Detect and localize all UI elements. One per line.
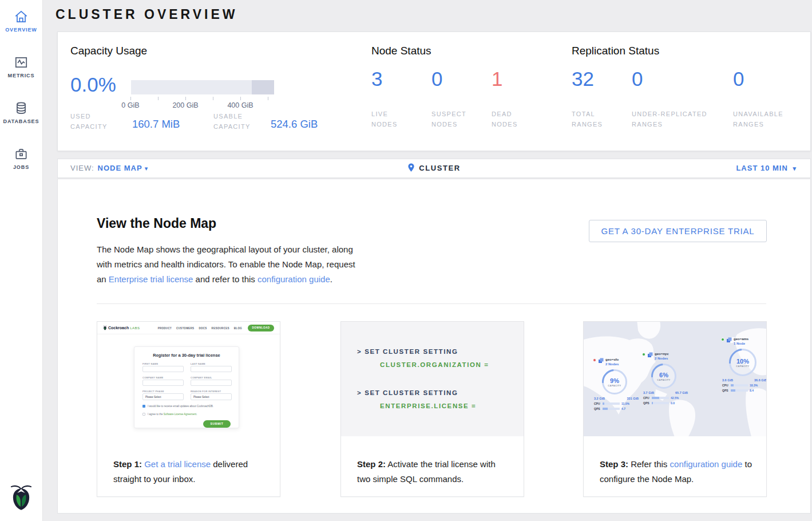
software-license-link: Software License Agreement. (164, 413, 197, 416)
cluster-overview-page: OVERVIEW METRICS DATABASES JOBS (0, 0, 812, 521)
sidebar-item-label: DATABASES (0, 119, 42, 124)
usable-capacity-label: USABLE CAPACITY (213, 111, 251, 132)
cockroach-labs-logo: Cockroach LABS (103, 325, 140, 330)
live-nodes-label: LIVE NODES (371, 109, 398, 129)
qps-label: QPS (594, 407, 601, 411)
usable-capacity-value: 524.6 GiB (271, 118, 318, 131)
field-label: FIRST NAME (142, 362, 158, 365)
download-button: DOWNLOAD (248, 325, 274, 331)
unavailable-ranges-value: 0 (733, 68, 744, 90)
breadcrumb: CLUSTER (58, 163, 810, 172)
sidebar-item-jobs[interactable]: JOBS (0, 147, 42, 170)
dead-nodes-value: 1 (492, 68, 502, 90)
cpu-bar (652, 397, 669, 399)
submit-button: SUBMIT (203, 420, 231, 428)
axis-tick (130, 97, 131, 100)
reason-select: Please Select (191, 393, 232, 400)
used-capacity: 3.6 GiB (722, 378, 733, 382)
cpu-label: CPU (594, 402, 601, 405)
form-title: Register for a 30-day trial license (134, 353, 239, 358)
qps-label: QPS (722, 389, 729, 392)
capacity-label: CAPACITY (736, 365, 749, 368)
enterprise-trial-button[interactable]: GET A 30-DAY ENTERPRISE TRIAL (589, 220, 767, 242)
replication-status-title: Replication Status (572, 45, 659, 57)
caption-text: Refer this (628, 459, 670, 469)
cpu-bar (603, 402, 620, 405)
checkbox-label: I would like to receive email updates ab… (148, 405, 213, 408)
sidebar-item-databases[interactable]: DATABASES (0, 101, 42, 124)
node-count: 2 Nodes (655, 357, 668, 360)
cpu-label: CPU (722, 384, 729, 387)
sidebar-item-metrics[interactable]: METRICS (0, 55, 42, 78)
get-trial-license-link[interactable]: Get a trial license (144, 459, 211, 469)
home-icon (0, 9, 42, 24)
nav-item: CUSTOMERS (176, 327, 194, 330)
nodes-cube-icon (647, 352, 653, 358)
email-updates-checkbox: I would like to receive email updates ab… (142, 405, 213, 408)
cpu-label: CPU (643, 396, 650, 400)
capacity-label: CAPACITY (657, 378, 670, 381)
node-locality: geo=nyc (655, 352, 669, 356)
enterprise-trial-license-link[interactable]: Enterprise trial license (109, 274, 193, 284)
sidebar-item-overview[interactable]: OVERVIEW (0, 9, 42, 33)
total-capacity: 65.7 GiB (675, 391, 688, 394)
field-label: COMPANY EMAIL (191, 376, 212, 379)
used-capacity: 3.2 GiB (594, 397, 605, 400)
time-range-selector[interactable]: LAST 10 MIN ▾ (736, 164, 797, 172)
panel-heading: View the Node Map (97, 216, 216, 231)
qps-value: 8.4 (750, 389, 754, 392)
description-text: and refer to this (193, 274, 258, 284)
axis-tick (213, 97, 213, 100)
capacity-usage-title: Capacity Usage (70, 45, 147, 57)
mini-site-nav: PRODUCT CUSTOMERS DOCS RESOURCES BLOG (158, 327, 242, 330)
license-agreement-checkbox: I agree to the Software License Agreemen… (142, 413, 197, 416)
configuration-guide-link[interactable]: configuration guide (670, 459, 743, 469)
step-1-caption: Step 1: Get a trial license delivered st… (113, 457, 267, 487)
map-node-ams: geo=ams 1 Node 10% CAPACITY 3.6 GiB 36.6… (721, 337, 766, 392)
nav-item: PRODUCT (158, 327, 172, 330)
capacity-label: CAPACITY (608, 384, 621, 387)
total-ranges-value: 32 (572, 68, 594, 90)
chevron-down-icon: ▾ (793, 165, 797, 172)
step-2-caption: Step 2: Activate the trial license with … (357, 457, 511, 487)
node-map-preview: geo=sfo 2 Nodes 9% CAPACITY 3.2 GiB 331 … (584, 322, 766, 436)
company-name-field (142, 380, 184, 386)
node-map-panel: View the Node Map The Node Map shows the… (57, 179, 811, 514)
capacity-percent: 0.0% (70, 73, 116, 96)
checkbox-label: I agree to the Software License Agreemen… (148, 413, 197, 416)
step-1-card: Cockroach LABS PRODUCT CUSTOMERS DOCS RE… (97, 321, 280, 497)
description-text: . (330, 274, 332, 284)
last-name-field (191, 366, 232, 372)
trial-registration-form: Register for a 30-day trial license FIRS… (134, 346, 239, 428)
cockroachdb-logo (9, 482, 33, 512)
sidebar-item-label: OVERVIEW (0, 27, 42, 33)
nodes-cube-icon (726, 337, 732, 343)
panel-description: The Node Map shows the geographical layo… (97, 242, 367, 287)
sql-argument: ENTERPRISE.LICENSE = (380, 402, 524, 409)
axis-tick (158, 97, 159, 100)
cpu-bar (731, 384, 748, 386)
mini-site-header: Cockroach LABS PRODUCT CUSTOMERS DOCS RE… (97, 322, 280, 334)
briefcase-icon (0, 147, 42, 161)
breadcrumb-label: CLUSTER (419, 164, 461, 172)
step-label: Step 3: (600, 459, 628, 469)
view-bar: VIEW:NODE MAP▾ CLUSTER LAST 10 MIN ▾ (57, 159, 811, 178)
qps-label: QPS (643, 401, 650, 405)
capacity-donut: 6% CAPACITY (651, 364, 676, 389)
capacity-percent: 9% (610, 377, 619, 384)
nav-item: DOCS (199, 327, 207, 330)
used-capacity-label: USED CAPACITY (70, 111, 108, 132)
unavailable-ranges-label: UNAVAILABLE RANGES (733, 109, 783, 129)
sidebar-item-label: METRICS (0, 73, 42, 78)
qps-bar (731, 389, 748, 392)
configuration-guide-link[interactable]: configuration guide (258, 274, 330, 284)
axis-tick-label: 0 GiB (121, 101, 139, 109)
capacity-percent: 6% (659, 372, 668, 378)
sql-statement: > SET CLUSTER SETTING ENTERPRISE.LICENSE… (357, 387, 524, 409)
qps-value: 0.0 (671, 401, 675, 405)
step-label: Step 1: (113, 459, 142, 469)
field-label: PROJECT PHASE (142, 390, 164, 393)
suspect-nodes-value: 0 (431, 68, 442, 90)
sql-command: > SET CLUSTER SETTING (357, 348, 458, 355)
node-locality: geo=sfo (605, 358, 619, 361)
